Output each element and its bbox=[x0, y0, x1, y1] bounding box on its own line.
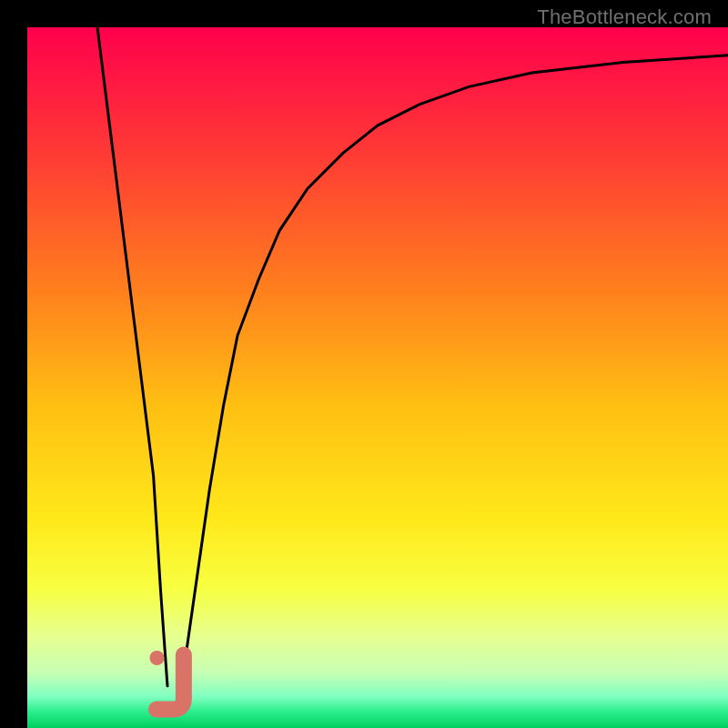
chart-frame: TheBottleneck.com bbox=[0, 0, 728, 728]
marker-dot-icon bbox=[149, 651, 164, 665]
watermark-text: TheBottleneck.com bbox=[537, 5, 712, 29]
gradient-background bbox=[27, 27, 728, 728]
chart-svg bbox=[27, 27, 728, 728]
plot-area bbox=[27, 27, 728, 728]
